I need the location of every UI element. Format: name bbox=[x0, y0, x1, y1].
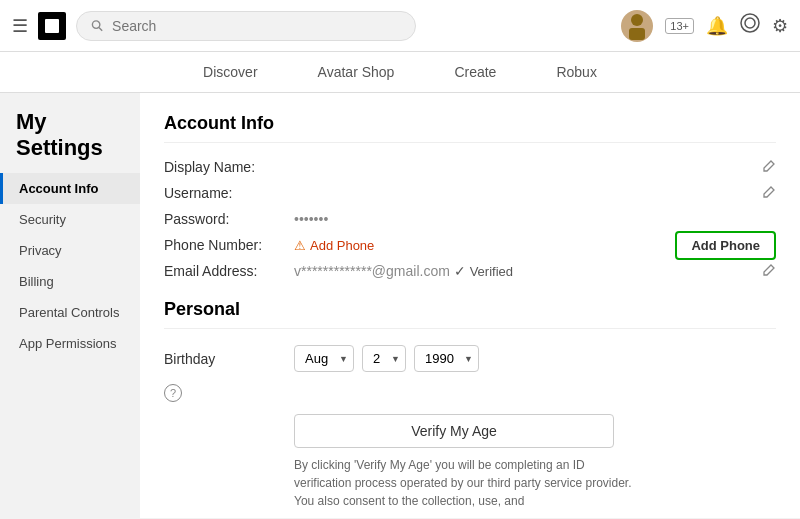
add-phone-button[interactable]: Add Phone bbox=[675, 231, 776, 260]
birthday-day-select[interactable]: 2 bbox=[362, 345, 406, 372]
search-icon bbox=[91, 19, 104, 33]
personal-section: Personal Birthday Aug 2 bbox=[164, 299, 776, 510]
account-info-title: Account Info bbox=[164, 113, 776, 143]
email-edit-icon[interactable] bbox=[762, 263, 776, 280]
search-input[interactable] bbox=[112, 18, 401, 34]
tab-discover[interactable]: Discover bbox=[203, 62, 257, 82]
help-icon-row: ? bbox=[164, 384, 776, 402]
svg-rect-0 bbox=[45, 19, 59, 33]
top-nav: ☰ 13+ 🔔 ⚙ bbox=[0, 0, 800, 52]
tab-robux[interactable]: Robux bbox=[556, 62, 596, 82]
warning-icon: ⚠ bbox=[294, 238, 306, 253]
phone-row: Phone Number: ⚠ Add Phone Add Phone bbox=[164, 237, 776, 253]
nav-tabs: Discover Avatar Shop Create Robux bbox=[0, 52, 800, 93]
avatar[interactable] bbox=[621, 10, 653, 42]
username-edit-icon[interactable] bbox=[762, 185, 776, 202]
phone-label: Phone Number: bbox=[164, 237, 294, 253]
gear-icon[interactable]: ⚙ bbox=[772, 15, 788, 37]
content-area: Account Info Display Name: Username: bbox=[140, 93, 800, 518]
birthday-label: Birthday bbox=[164, 351, 294, 367]
sidebar-item-app-permissions[interactable]: App Permissions bbox=[0, 328, 140, 359]
username-label: Username: bbox=[164, 185, 294, 201]
email-label: Email Address: bbox=[164, 263, 294, 279]
svg-point-5 bbox=[741, 14, 759, 32]
birthday-year-select[interactable]: 1990 bbox=[414, 345, 479, 372]
year-select-wrapper: 1990 bbox=[414, 345, 479, 372]
month-select-wrapper: Aug bbox=[294, 345, 354, 372]
svg-line-2 bbox=[99, 27, 102, 30]
sidebar-item-billing[interactable]: Billing bbox=[0, 266, 140, 297]
nav-right: 13+ 🔔 ⚙ bbox=[621, 10, 788, 42]
tab-create[interactable]: Create bbox=[454, 62, 496, 82]
personal-title: Personal bbox=[164, 299, 776, 329]
page-title: My Settings bbox=[0, 109, 140, 173]
password-label: Password: bbox=[164, 211, 294, 227]
birthday-selects: Aug 2 1990 bbox=[294, 345, 479, 372]
sidebar: My Settings Account Info Security Privac… bbox=[0, 93, 140, 518]
display-name-row: Display Name: bbox=[164, 159, 776, 175]
birthday-row: Birthday Aug 2 1990 bbox=[164, 345, 776, 372]
sidebar-item-security[interactable]: Security bbox=[0, 204, 140, 235]
day-select-wrapper: 2 bbox=[362, 345, 406, 372]
add-phone-link[interactable]: Add Phone bbox=[310, 238, 374, 253]
hamburger-icon[interactable]: ☰ bbox=[12, 15, 28, 37]
sidebar-item-parental-controls[interactable]: Parental Controls bbox=[0, 297, 140, 328]
email-row: Email Address: v*************@gmail.com … bbox=[164, 263, 776, 279]
main-content: My Settings Account Info Security Privac… bbox=[0, 93, 800, 518]
username-row: Username: bbox=[164, 185, 776, 201]
verified-label: Verified bbox=[470, 264, 513, 279]
birthday-month-select[interactable]: Aug bbox=[294, 345, 354, 372]
notification-icon[interactable]: 🔔 bbox=[706, 15, 728, 37]
robux-icon[interactable] bbox=[740, 13, 760, 38]
sidebar-item-privacy[interactable]: Privacy bbox=[0, 235, 140, 266]
svg-point-3 bbox=[631, 14, 643, 26]
email-address: v*************@gmail.com bbox=[294, 263, 450, 279]
search-bar[interactable] bbox=[76, 11, 416, 41]
display-name-label: Display Name: bbox=[164, 159, 294, 175]
age-badge: 13+ bbox=[665, 18, 694, 34]
roblox-logo bbox=[38, 12, 66, 40]
email-value: v*************@gmail.com ✓ Verified bbox=[294, 263, 776, 279]
svg-rect-4 bbox=[629, 28, 645, 40]
password-value: ••••••• bbox=[294, 211, 776, 227]
help-icon[interactable]: ? bbox=[164, 384, 182, 402]
sidebar-item-account-info[interactable]: Account Info bbox=[0, 173, 140, 204]
verify-age-description: By clicking 'Verify My Age' you will be … bbox=[294, 456, 644, 510]
verified-check: ✓ bbox=[454, 263, 470, 279]
svg-point-6 bbox=[745, 18, 755, 28]
svg-point-1 bbox=[92, 20, 99, 27]
display-name-edit-icon[interactable] bbox=[762, 159, 776, 176]
verify-age-button[interactable]: Verify My Age bbox=[294, 414, 614, 448]
password-row: Password: ••••••• bbox=[164, 211, 776, 227]
tab-avatar-shop[interactable]: Avatar Shop bbox=[318, 62, 395, 82]
